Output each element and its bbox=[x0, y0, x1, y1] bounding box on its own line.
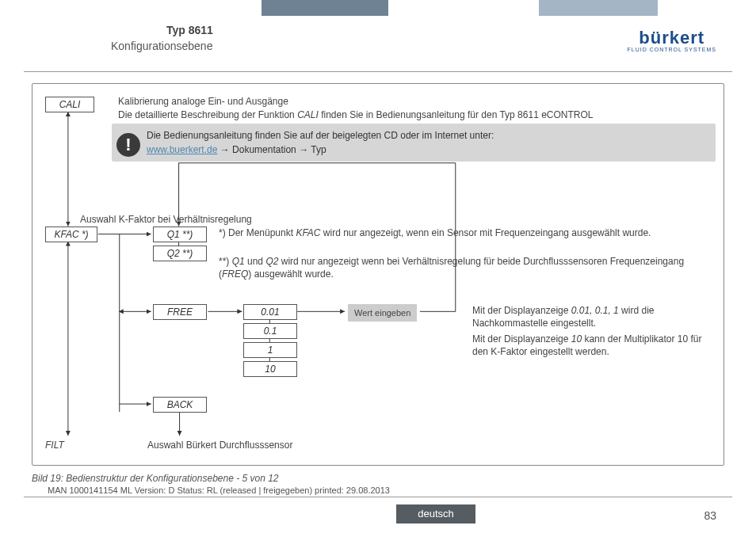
menu-v4: 10 bbox=[243, 361, 297, 377]
kfac-note2: **) Q1 und Q2 wird nur angezeigt wenn be… bbox=[219, 255, 716, 280]
menu-kfac: KFAC *) bbox=[45, 227, 97, 242]
doc-subtitle: Konfigurationsebene bbox=[111, 40, 212, 52]
doc-title: Typ 8611 bbox=[166, 24, 213, 36]
wert-eingeben: Wert eingeben bbox=[348, 304, 417, 322]
info-line1: Die Bedienungsanleitung finden Sie auf d… bbox=[147, 128, 708, 143]
figure-caption: Bild 19: Bedienstruktur der Konfiguratio… bbox=[32, 473, 279, 484]
menu-back: BACK bbox=[153, 397, 207, 413]
menu-q1: Q1 **) bbox=[153, 227, 207, 242]
info-bar: ! Die Bedienungsanleitung finden Sie auf… bbox=[112, 124, 716, 162]
menu-cali: CALI bbox=[45, 97, 94, 112]
tab-left bbox=[262, 0, 388, 16]
info-line2: www.buerkert.de → Dokumentation → Typ bbox=[147, 143, 708, 157]
filt-label: FILT bbox=[45, 439, 64, 451]
menu-free: FREE bbox=[153, 304, 207, 320]
logo-main: bürkert bbox=[627, 29, 716, 47]
kfac-heading: Auswahl K-Faktor bei Verhältnisregelung bbox=[80, 213, 252, 226]
header: Typ 8611 Konfigurationsebene bürkert FLU… bbox=[0, 16, 756, 63]
footer-rule bbox=[24, 497, 732, 497]
top-tabs bbox=[0, 0, 756, 16]
header-rule bbox=[24, 71, 732, 72]
info-link[interactable]: www.buerkert.de bbox=[147, 144, 217, 155]
tab-right bbox=[539, 0, 658, 16]
cali-title: Kalibrierung analoge Ein- und Ausgänge bbox=[118, 95, 288, 108]
cali-desc: Die detaillierte Beschreibung der Funkti… bbox=[118, 109, 712, 121]
free-desc1: Mit der Displayanzeige 0.01, 0.1, 1 wird… bbox=[472, 304, 716, 329]
menu-q2: Q2 **) bbox=[153, 246, 207, 261]
menu-v2: 0.1 bbox=[243, 323, 297, 339]
logo: bürkert FLUID CONTROL SYSTEMS bbox=[627, 28, 716, 55]
menu-v3: 1 bbox=[243, 342, 297, 358]
logo-sub: FLUID CONTROL SYSTEMS bbox=[627, 47, 716, 52]
diagram-box: CALI Kalibrierung analoge Ein- und Ausgä… bbox=[32, 83, 724, 466]
kfac-note1: *) Der Menüpunkt KFAC wird nur angezeigt… bbox=[219, 227, 716, 239]
menu-v1: 0.01 bbox=[243, 304, 297, 320]
filt-desc: Auswahl Bürkert Durchflusssensor bbox=[147, 439, 292, 451]
footer-lang: deutsch bbox=[396, 504, 475, 523]
footer-meta: MAN 1000141154 ML Version: D Status: RL … bbox=[48, 485, 390, 495]
free-desc2: Mit der Displayanzeige 10 kann der Multi… bbox=[472, 333, 716, 358]
page-number: 83 bbox=[704, 509, 716, 522]
info-icon: ! bbox=[116, 133, 140, 157]
